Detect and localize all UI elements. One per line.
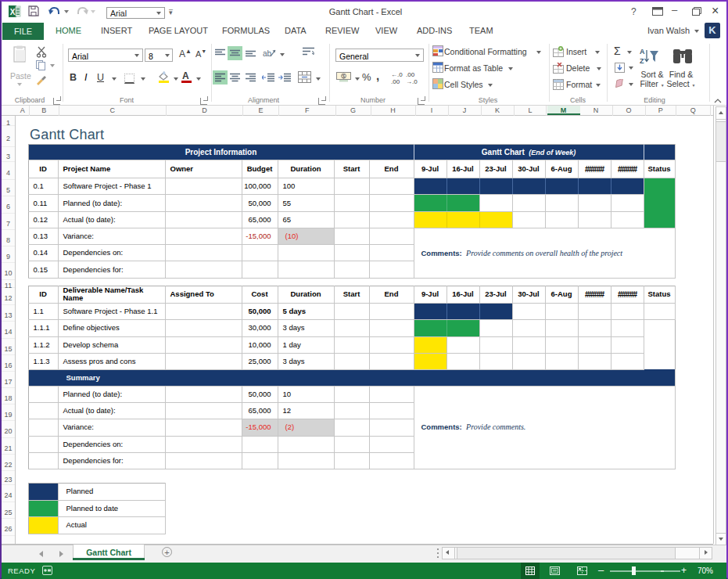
svg-text:$: $	[342, 74, 346, 79]
svg-text:Z: Z	[640, 57, 644, 65]
svg-text:A: A	[640, 48, 645, 56]
svg-text:ab: ab	[263, 49, 272, 58]
